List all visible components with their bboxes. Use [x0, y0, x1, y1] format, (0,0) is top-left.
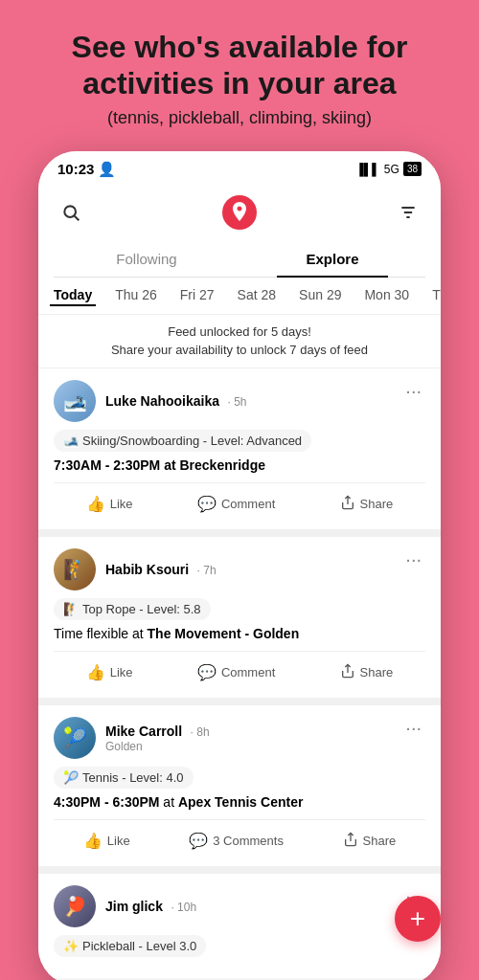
comment-button[interactable]: 💬 Comment	[190, 659, 283, 686]
post-location: Golden	[105, 740, 210, 753]
post-header: 🎿 Luke Nahooikaika · 5h ···	[54, 380, 425, 422]
date-tue[interactable]: Tue	[428, 285, 441, 306]
date-row[interactable]: Today Thu 26 Fri 27 Sat 28 Sun 29 Mon 30…	[38, 278, 441, 315]
feed-unlock-line1: Feed unlocked for 5 days!	[54, 323, 425, 342]
comment-button[interactable]: 💬 3 Comments	[181, 828, 291, 855]
user-info: 🏓 Jim glick · 10h	[54, 885, 196, 927]
like-icon: 👍	[83, 832, 103, 850]
post-username: Luke Nahooikaika · 5h	[105, 392, 247, 410]
post-habib: 🧗 Habib Ksouri · 7h ··· 🧗 Top Rope - Lev…	[38, 537, 441, 698]
phone-frame: 10:23 👤 ▐▌▌ 5G 38	[38, 151, 441, 980]
signal-icon: ▐▌▌	[355, 163, 380, 176]
like-icon: 👍	[86, 663, 105, 681]
comment-icon: 💬	[197, 495, 217, 513]
date-mon[interactable]: Mon 30	[360, 285, 413, 306]
post-timeago: · 7h	[197, 564, 217, 577]
share-icon	[343, 832, 358, 851]
post-schedule: Time flexible at The Movement - Golden	[54, 626, 425, 641]
more-button[interactable]: ···	[401, 380, 425, 402]
post-timeago: · 5h	[228, 395, 247, 409]
feed-unlock-line2: Share your availability to unlock 7 days…	[54, 341, 425, 360]
comment-icon: 💬	[197, 663, 217, 681]
date-today[interactable]: Today	[50, 285, 96, 306]
comment-icon: 💬	[189, 832, 208, 850]
feed-unlock-banner: Feed unlocked for 5 days! Share your ava…	[38, 315, 441, 368]
post-username: Habib Ksouri · 7h	[105, 561, 217, 578]
comment-label: 3 Comments	[213, 834, 284, 848]
post-actions: 👍 Like 💬 Comment Share	[54, 482, 425, 518]
avatar-jim: 🏓	[54, 885, 96, 927]
post-header: 🏓 Jim glick · 10h ···	[54, 885, 425, 927]
date-thu[interactable]: Thu 26	[111, 285, 161, 306]
activity-badge: 🎿 Skiing/Snowboarding - Level: Advanced	[54, 430, 311, 452]
status-bar: 10:23 👤 ▐▌▌ 5G 38	[38, 151, 441, 184]
more-button[interactable]: ···	[401, 548, 425, 570]
post-timeago: · 10h	[171, 901, 196, 914]
like-button[interactable]: 👍 Like	[76, 828, 138, 855]
tab-explore[interactable]: Explore	[240, 241, 425, 277]
post-mike: 🎾 Mike Carroll · 8h Golden ··· 🎾 Tenn	[38, 705, 441, 866]
like-button[interactable]: 👍 Like	[79, 491, 141, 518]
post-actions: 👍 Like 💬 Comment Share	[54, 651, 425, 686]
activity-badge: 🧗 Top Rope - Level: 5.8	[54, 598, 211, 620]
share-button[interactable]: Share	[332, 659, 401, 686]
post-actions: 👍 Like 💬 3 Comments Share	[54, 819, 425, 855]
post-schedule: 7:30AM - 2:30PM at Breckenridge	[54, 457, 425, 473]
post-username: Jim glick · 10h	[105, 898, 196, 915]
activity-badge: ✨ Pickleball - Level 3.0	[54, 935, 206, 957]
post-schedule: 4:30PM - 6:30PM at Apex Tennis Center	[54, 794, 425, 810]
more-button[interactable]: ···	[401, 717, 425, 739]
status-icons: ▐▌▌ 5G 38	[355, 162, 422, 176]
hero-subtitle: (tennis, pickleball, climbing, skiing)	[107, 108, 372, 128]
fab-icon: +	[410, 903, 425, 934]
comment-label: Comment	[221, 665, 275, 679]
post-jim: 🏓 Jim glick · 10h ··· ✨ Pickleball - Lev…	[38, 874, 441, 978]
date-fri[interactable]: Fri 27	[176, 285, 218, 306]
share-label: Share	[360, 497, 394, 511]
post-luke: 🎿 Luke Nahooikaika · 5h ··· 🎿 Skiing/Sno…	[38, 368, 441, 529]
share-icon	[340, 495, 355, 514]
app-logo	[222, 195, 257, 230]
share-label: Share	[360, 665, 394, 679]
phone-inner: 🎿 Luke Nahooikaika · 5h ··· 🎿 Skiing/Sno…	[38, 368, 441, 978]
avatar-habib: 🧗	[54, 548, 96, 590]
user-info: 🎿 Luke Nahooikaika · 5h	[54, 380, 247, 422]
share-label: Share	[363, 834, 397, 848]
like-button[interactable]: 👍 Like	[79, 659, 141, 686]
avatar-mike: 🎾	[54, 717, 96, 759]
network-type: 5G	[384, 163, 399, 176]
user-info: 🧗 Habib Ksouri · 7h	[54, 548, 217, 590]
date-sat[interactable]: Sat 28	[234, 285, 280, 306]
svg-line-1	[75, 216, 80, 221]
battery-icon: 38	[403, 162, 422, 176]
like-label: Like	[110, 497, 133, 511]
status-time: 10:23 👤	[57, 161, 116, 178]
avatar-luke: 🎿	[54, 380, 96, 422]
comment-label: Comment	[221, 497, 275, 511]
tabs-row: Following Explore	[54, 241, 425, 278]
like-label: Like	[110, 665, 133, 679]
filter-button[interactable]	[391, 195, 425, 230]
feed-content: 🎿 Luke Nahooikaika · 5h ··· 🎿 Skiing/Sno…	[38, 368, 441, 978]
post-header: 🧗 Habib Ksouri · 7h ···	[54, 548, 425, 590]
post-username: Mike Carroll · 8h	[105, 723, 210, 740]
share-button[interactable]: Share	[332, 491, 401, 518]
comment-button[interactable]: 💬 Comment	[190, 491, 283, 518]
share-icon	[340, 663, 355, 682]
header-row	[54, 191, 425, 241]
share-button[interactable]: Share	[335, 828, 404, 855]
user-info: 🎾 Mike Carroll · 8h Golden	[54, 717, 210, 759]
fab-button[interactable]: +	[395, 896, 441, 942]
hero-title: See who's available for activities in yo…	[19, 29, 460, 102]
like-label: Like	[107, 834, 130, 848]
activity-badge: 🎾 Tennis - Level: 4.0	[54, 767, 194, 789]
post-timeago: · 8h	[191, 725, 210, 739]
date-sun[interactable]: Sun 29	[295, 285, 345, 306]
svg-point-0	[64, 206, 76, 217]
tab-following[interactable]: Following	[54, 241, 240, 277]
app-header: Following Explore	[38, 184, 441, 278]
like-icon: 👍	[86, 495, 105, 513]
search-button[interactable]	[54, 195, 88, 230]
post-header: 🎾 Mike Carroll · 8h Golden ···	[54, 717, 425, 759]
